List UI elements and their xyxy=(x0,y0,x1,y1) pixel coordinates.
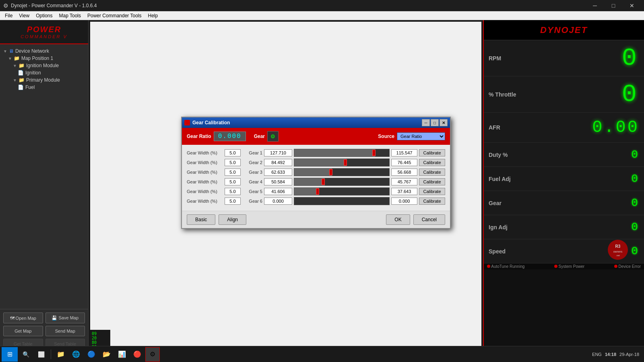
calibrate-btn-3[interactable]: Calibrate xyxy=(419,169,445,176)
gear-width-input-2[interactable] xyxy=(225,159,241,166)
gear-width-input-5[interactable] xyxy=(225,188,241,195)
gear-width-input-3[interactable] xyxy=(225,169,241,176)
gear-dialog-header: Gear Ratio Gear ⚙ Source Gear Ratio xyxy=(182,128,450,145)
get-map-button[interactable]: Get Map xyxy=(3,326,43,336)
task-view-button[interactable]: ⬜ xyxy=(34,347,48,362)
maximize-button[interactable]: □ xyxy=(605,0,622,11)
tree-device-network: Device Network xyxy=(15,48,49,54)
gear-width-label-4: Gear Width (%) xyxy=(187,179,223,184)
gear-width-input-1[interactable] xyxy=(225,149,241,156)
gear-ratio-input[interactable] xyxy=(214,132,246,141)
menu-options[interactable]: Options xyxy=(33,12,56,19)
gear-dialog-body: Gear Width (%) Gear 1 Calibrate Gear Wid… xyxy=(182,145,450,211)
taskbar-ie[interactable]: 🔵 xyxy=(84,347,99,362)
dialog-restore-button[interactable]: □ xyxy=(431,119,439,126)
ok-button[interactable]: OK xyxy=(386,214,410,225)
gear-value-right-2[interactable] xyxy=(391,159,417,166)
gear-value-left-5[interactable] xyxy=(264,188,292,195)
gear-width-input-4[interactable] xyxy=(225,178,241,185)
gear-value-right-4[interactable] xyxy=(391,178,417,185)
gear-slider-3[interactable] xyxy=(294,168,390,176)
align-button[interactable]: Align xyxy=(219,214,246,225)
tree-primary-module[interactable]: ▼ 📁 Primary Module xyxy=(11,76,87,84)
menu-power-commander-tools[interactable]: Power Commander Tools xyxy=(84,12,145,19)
gear-width-input-6[interactable] xyxy=(225,197,241,205)
gear-slider-5[interactable] xyxy=(294,187,390,195)
gear-value-left-2[interactable] xyxy=(264,159,292,166)
gear-value-right-6[interactable] xyxy=(391,197,417,205)
gear-slider-6[interactable] xyxy=(294,197,390,205)
folder-icon2: 📁 xyxy=(19,63,25,68)
gear-slider-1[interactable] xyxy=(294,149,390,157)
logo-power: POWER xyxy=(21,25,68,34)
calibrate-btn-4[interactable]: Calibrate xyxy=(419,178,445,185)
gear-row-5: Gear Width (%) Gear 5 Calibrate xyxy=(187,187,445,195)
app-title: Dynojet - Power Commander V - 1.0.6.4 xyxy=(11,3,97,8)
gear-slider-2[interactable] xyxy=(294,158,390,167)
gear-name-6: Gear 6 xyxy=(242,199,262,204)
ign-adj-label: Ign Adj xyxy=(489,224,521,230)
titlebar-controls: ─ □ ✕ xyxy=(586,0,641,11)
gear-row-4: Gear Width (%) Gear 4 Calibrate xyxy=(187,178,445,186)
cancel-button[interactable]: Cancel xyxy=(413,214,445,225)
open-map-button[interactable]: 🗺 Open Map xyxy=(3,313,43,323)
gear-width-label-2: Gear Width (%) xyxy=(187,160,223,165)
gear-header-label: Gear xyxy=(254,134,265,139)
gear-value-left-3[interactable] xyxy=(264,169,292,176)
calibrate-btn-6[interactable]: Calibrate xyxy=(419,197,445,205)
taskbar-folder[interactable]: 📁 xyxy=(54,347,68,362)
autotune-indicator: AutoTune Running xyxy=(487,264,524,269)
gear-value-left-4[interactable] xyxy=(264,178,292,185)
calibrate-btn-2[interactable]: Calibrate xyxy=(419,159,445,166)
gear-value-right-1[interactable] xyxy=(391,149,417,156)
tree-ignition-module[interactable]: ▼ 📁 Ignition Module xyxy=(11,62,87,69)
gear-value-right-3[interactable] xyxy=(391,169,417,176)
calibrate-btn-1[interactable]: Calibrate xyxy=(419,149,445,156)
basic-button[interactable]: Basic xyxy=(187,214,215,225)
fuel-adj-display: 0 xyxy=(631,173,639,185)
fuel-adj-label: Fuel Adj xyxy=(489,176,521,182)
search-button[interactable]: 🔍 xyxy=(19,347,33,362)
menu-map-tools[interactable]: Map Tools xyxy=(56,12,84,19)
gear-name-3: Gear 3 xyxy=(242,170,262,175)
device-dot xyxy=(614,265,617,268)
menu-file[interactable]: File xyxy=(2,12,16,19)
taskbar-app-active[interactable]: ⚙ xyxy=(145,347,160,362)
taskbar-app1[interactable]: 🔴 xyxy=(130,347,144,362)
tree-fuel[interactable]: 📄 Fuel xyxy=(16,84,87,91)
chevron-icon: ▼ xyxy=(8,56,12,61)
tree-ignition-label: Ignition xyxy=(25,70,41,76)
gear-value-left-1[interactable] xyxy=(264,149,292,156)
menu-help[interactable]: Help xyxy=(145,12,161,19)
start-button[interactable]: ⊞ xyxy=(2,347,18,362)
gear-row-2: Gear Width (%) Gear 2 Calibrate xyxy=(187,158,445,167)
fuel-adj-section: Fuel Adj 0 xyxy=(484,167,644,191)
taskbar-excel[interactable]: 📊 xyxy=(115,347,129,362)
rpm-display: 0 xyxy=(622,44,639,72)
dialog-close-button[interactable]: ✕ xyxy=(440,119,448,126)
taskbar-time: 14:18 xyxy=(605,352,616,357)
taskbar-explorer[interactable]: 📂 xyxy=(99,347,114,362)
file-icon: 📄 xyxy=(18,70,24,76)
gear-calibration-dialog: Gear Calibration ─ □ ✕ Gear Ratio Gear ⚙ xyxy=(181,117,451,229)
taskbar-edge[interactable]: 🌐 xyxy=(69,347,83,362)
gear-value-right-5[interactable] xyxy=(391,188,417,195)
tree-ignition[interactable]: 📄 Ignition xyxy=(16,69,87,76)
send-map-button[interactable]: Send Map xyxy=(45,326,85,336)
menu-view[interactable]: View xyxy=(16,12,33,19)
dialog-minimize-button[interactable]: ─ xyxy=(422,119,430,126)
throttle-display: 0 xyxy=(622,80,639,109)
calibrate-btn-5[interactable]: Calibrate xyxy=(419,188,445,195)
gear-value-left-6[interactable] xyxy=(264,197,292,205)
tree-map-position[interactable]: ▼ 📁 Map Position 1 xyxy=(6,55,87,62)
right-panel: dynojet RPM 0 % Throttle 0 AFR 0.00 Duty… xyxy=(483,20,644,352)
device-indicator: Device Error xyxy=(614,264,641,269)
speed-label: Speed xyxy=(489,248,521,255)
gear-label-right: Gear xyxy=(489,200,521,206)
source-dropdown[interactable]: Gear Ratio xyxy=(397,132,445,140)
save-map-button[interactable]: 💾 Save Map xyxy=(45,313,85,323)
tree-root[interactable]: ▼ 🖥 Device Network xyxy=(2,47,87,55)
close-button[interactable]: ✕ xyxy=(623,0,641,11)
minimize-button[interactable]: ─ xyxy=(586,0,604,11)
gear-slider-4[interactable] xyxy=(294,178,390,186)
